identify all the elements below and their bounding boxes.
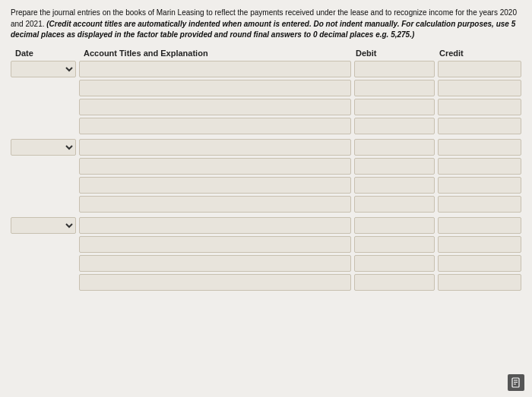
credit-input-3-2[interactable]: [438, 236, 521, 253]
account-input-2-4[interactable]: [79, 196, 351, 213]
page-container: Prepare the journal entries on the books…: [0, 0, 532, 397]
debit-input-2-1[interactable]: [354, 139, 435, 156]
debit-input-3-4[interactable]: [354, 274, 435, 291]
date-select-3[interactable]: [11, 217, 76, 234]
date-cell-3-4: [11, 274, 79, 291]
date-cell-2-2: [11, 158, 79, 175]
date-cell-3-2: [11, 236, 79, 253]
account-cell-1-3: [79, 99, 354, 115]
entry-group-1: [11, 61, 521, 134]
date-cell-1-3: [11, 99, 79, 115]
debit-cell-1-2: [354, 80, 438, 96]
debit-input-1-4[interactable]: [354, 118, 435, 134]
table-row: [11, 118, 521, 134]
instructions-italic: (Credit account titles are automatically…: [11, 20, 515, 39]
table-row: [11, 274, 521, 291]
debit-cell-2-3: [354, 177, 438, 194]
debit-input-1-1[interactable]: [354, 61, 435, 77]
table-row: [11, 99, 521, 115]
table-row: [11, 158, 521, 175]
credit-input-2-2[interactable]: [438, 158, 521, 175]
account-input-2-1[interactable]: [79, 139, 351, 156]
account-cell-1-1: [79, 61, 354, 77]
account-cell-1-2: [79, 80, 354, 96]
debit-cell-3-4: [354, 274, 438, 291]
debit-column-header: Debit: [353, 49, 436, 58]
date-cell-2-4: [11, 196, 79, 213]
credit-input-1-4[interactable]: [438, 118, 521, 134]
table-row: [11, 61, 521, 77]
debit-cell-3-3: [354, 255, 438, 272]
credit-input-3-1[interactable]: [438, 217, 521, 234]
date-cell-1-2: [11, 80, 79, 96]
credit-cell-1-3: [438, 99, 521, 115]
debit-cell-2-1: [354, 139, 438, 156]
debit-cell-3-2: [354, 236, 438, 253]
account-cell-2-3: [79, 177, 354, 194]
account-input-2-2[interactable]: [79, 158, 351, 175]
account-input-1-4[interactable]: [79, 118, 351, 134]
date-select-1[interactable]: [11, 61, 76, 77]
account-cell-3-3: [79, 255, 354, 272]
date-select-2[interactable]: [11, 139, 76, 156]
debit-cell-3-1: [354, 217, 438, 234]
date-cell-2-1: [11, 139, 79, 156]
credit-cell-3-4: [438, 274, 521, 291]
account-input-3-4[interactable]: [79, 274, 351, 291]
credit-input-3-4[interactable]: [438, 274, 521, 291]
document-icon: [511, 377, 521, 388]
account-input-2-3[interactable]: [79, 177, 351, 194]
table-row: [11, 196, 521, 213]
credit-input-2-3[interactable]: [438, 177, 521, 194]
date-cell-1-1: [11, 61, 79, 77]
help-icon-container[interactable]: [508, 374, 524, 391]
credit-input-3-3[interactable]: [438, 255, 521, 272]
account-cell-3-4: [79, 274, 354, 291]
table-row: [11, 255, 521, 272]
debit-input-2-3[interactable]: [354, 177, 435, 194]
date-cell-1-4: [11, 118, 79, 134]
debit-cell-1-4: [354, 118, 438, 134]
credit-input-1-2[interactable]: [438, 80, 521, 96]
table-row: [11, 217, 521, 234]
account-input-3-3[interactable]: [79, 255, 351, 272]
credit-cell-2-2: [438, 158, 521, 175]
account-input-1-3[interactable]: [79, 99, 351, 115]
credit-column-header: Credit: [436, 49, 520, 58]
date-cell-3-1: [11, 217, 79, 234]
date-column-header: Date: [12, 49, 81, 58]
table-header: Date Account Titles and Explanation Debi…: [11, 49, 521, 58]
credit-cell-2-3: [438, 177, 521, 194]
debit-input-1-2[interactable]: [354, 80, 435, 96]
credit-input-2-4[interactable]: [438, 196, 521, 213]
account-cell-2-4: [79, 196, 354, 213]
entry-group-3: [11, 217, 521, 291]
debit-cell-2-2: [354, 158, 438, 175]
debit-cell-1-3: [354, 99, 438, 115]
date-cell-2-3: [11, 177, 79, 194]
credit-input-2-1[interactable]: [438, 139, 521, 156]
account-cell-2-1: [79, 139, 354, 156]
credit-cell-1-1: [438, 61, 521, 77]
account-input-1-2[interactable]: [79, 80, 351, 96]
debit-cell-1-1: [354, 61, 438, 77]
account-input-3-1[interactable]: [79, 217, 351, 234]
debit-input-3-2[interactable]: [354, 236, 435, 253]
credit-cell-3-3: [438, 255, 521, 272]
account-cell-2-2: [79, 158, 354, 175]
table-row: [11, 139, 521, 156]
debit-input-2-2[interactable]: [354, 158, 435, 175]
credit-input-1-3[interactable]: [438, 99, 521, 115]
debit-input-1-3[interactable]: [354, 99, 435, 115]
debit-input-3-3[interactable]: [354, 255, 435, 272]
debit-input-3-1[interactable]: [354, 217, 435, 234]
account-cell-3-1: [79, 217, 354, 234]
table-row: [11, 236, 521, 253]
account-input-3-2[interactable]: [79, 236, 351, 253]
debit-input-2-4[interactable]: [354, 196, 435, 213]
instructions-text: Prepare the journal entries on the books…: [11, 8, 521, 41]
date-cell-3-3: [11, 255, 79, 272]
credit-input-1-1[interactable]: [438, 61, 521, 77]
credit-cell-3-1: [438, 217, 521, 234]
account-input-1-1[interactable]: [79, 61, 351, 77]
